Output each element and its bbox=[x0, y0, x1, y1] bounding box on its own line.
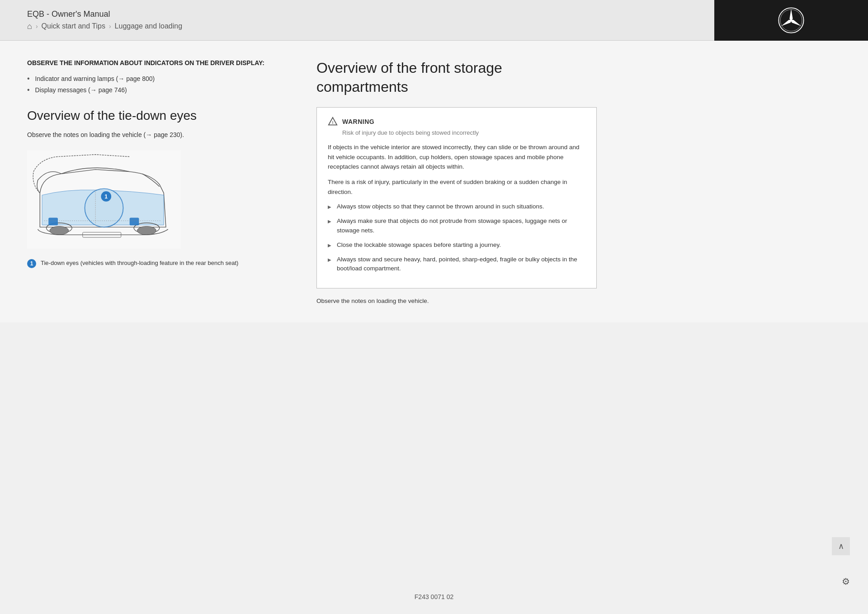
svg-point-7 bbox=[50, 226, 69, 235]
observe-indicators-title: OBSERVE THE INFORMATION ABOUT INDICATORS… bbox=[27, 59, 289, 68]
warning-list-item-text: Always make sure that objects do not pro… bbox=[337, 217, 585, 235]
caption-number: 1 bbox=[27, 259, 36, 268]
svg-rect-9 bbox=[48, 218, 58, 226]
content-area: OBSERVE THE INFORMATION ABOUT INDICATORS… bbox=[0, 41, 868, 322]
header-logo-area bbox=[714, 0, 868, 41]
warning-triangle-icon: ! bbox=[328, 117, 338, 127]
warning-list: Always stow objects so that they cannot … bbox=[328, 202, 585, 274]
observe-note: Observe the notes on loading the vehicle… bbox=[316, 298, 597, 304]
front-storage-title: Overview of the front storage compartmen… bbox=[316, 59, 597, 96]
page-header: EQB - Owner's Manual ⌂ › Quick start and… bbox=[0, 0, 868, 41]
breadcrumb: ⌂ › Quick start and Tips › Luggage and l… bbox=[27, 22, 182, 31]
warning-list-item: Close the lockable stowage spaces before… bbox=[328, 241, 585, 250]
tie-down-section-title: Overview of the tie-down eyes bbox=[27, 108, 289, 124]
warning-subtitle: Risk of injury due to objects being stow… bbox=[342, 129, 585, 136]
warning-box: ! WARNING Risk of injury due to objects … bbox=[316, 107, 597, 288]
list-item-text: Display messages (→ page 746) bbox=[35, 86, 127, 94]
mercedes-logo bbox=[778, 7, 805, 34]
breadcrumb-level1[interactable]: Quick start and Tips bbox=[42, 22, 105, 30]
warning-list-item: Always stow objects so that they cannot … bbox=[328, 202, 585, 211]
header-left: EQB - Owner's Manual ⌂ › Quick start and… bbox=[27, 9, 182, 31]
warning-header: ! WARNING bbox=[328, 117, 585, 127]
list-item: Display messages (→ page 746) bbox=[27, 86, 289, 94]
caption-text: Tie-down eyes (vehicles with through-loa… bbox=[41, 259, 238, 268]
manual-title: EQB - Owner's Manual bbox=[27, 9, 182, 19]
warning-list-item-text: Always stow and secure heavy, hard, poin… bbox=[337, 255, 585, 274]
warning-list-item: Always make sure that objects do not pro… bbox=[328, 217, 585, 235]
list-item-text: Indicator and warning lamps (→ page 800) bbox=[35, 75, 155, 82]
warning-list-item-text: Always stow objects so that they cannot … bbox=[337, 202, 544, 211]
car-diagram-svg: 1 bbox=[27, 147, 181, 251]
svg-point-2 bbox=[790, 19, 793, 22]
home-icon[interactable]: ⌂ bbox=[27, 22, 32, 31]
breadcrumb-level2[interactable]: Luggage and loading bbox=[115, 22, 182, 30]
breadcrumb-separator-1: › bbox=[36, 23, 38, 30]
page-icon: ⚙ bbox=[842, 576, 850, 586]
car-diagram: 1 bbox=[27, 147, 181, 251]
footer: F243 0071 02 bbox=[0, 593, 868, 600]
warning-body-1: If objects in the vehicle interior are s… bbox=[328, 142, 585, 172]
warning-list-item: Always stow and secure heavy, hard, poin… bbox=[328, 255, 585, 274]
warning-label: WARNING bbox=[342, 118, 374, 125]
tie-down-subtitle: Observe the notes on loading the vehicle… bbox=[27, 131, 289, 138]
chevron-up-icon: ∧ bbox=[838, 541, 844, 551]
warning-list-item-text: Close the lockable stowage spaces before… bbox=[337, 241, 501, 250]
list-item: Indicator and warning lamps (→ page 800) bbox=[27, 75, 289, 83]
svg-point-8 bbox=[137, 226, 156, 235]
warning-body-2: There is a risk of injury, particularly … bbox=[328, 177, 585, 197]
footer-code: F243 0071 02 bbox=[415, 593, 453, 600]
svg-rect-10 bbox=[130, 218, 139, 226]
right-column: Overview of the front storage compartmen… bbox=[316, 59, 597, 304]
bottom-icon: ⚙ bbox=[842, 576, 850, 587]
breadcrumb-separator-2: › bbox=[109, 23, 111, 30]
left-column: OBSERVE THE INFORMATION ABOUT INDICATORS… bbox=[27, 59, 289, 304]
indicators-list: Indicator and warning lamps (→ page 800)… bbox=[27, 75, 289, 94]
scroll-up-button[interactable]: ∧ bbox=[832, 537, 850, 555]
svg-text:1: 1 bbox=[104, 194, 108, 200]
diagram-caption: 1 Tie-down eyes (vehicles with through-l… bbox=[27, 259, 289, 268]
svg-text:!: ! bbox=[332, 120, 333, 125]
